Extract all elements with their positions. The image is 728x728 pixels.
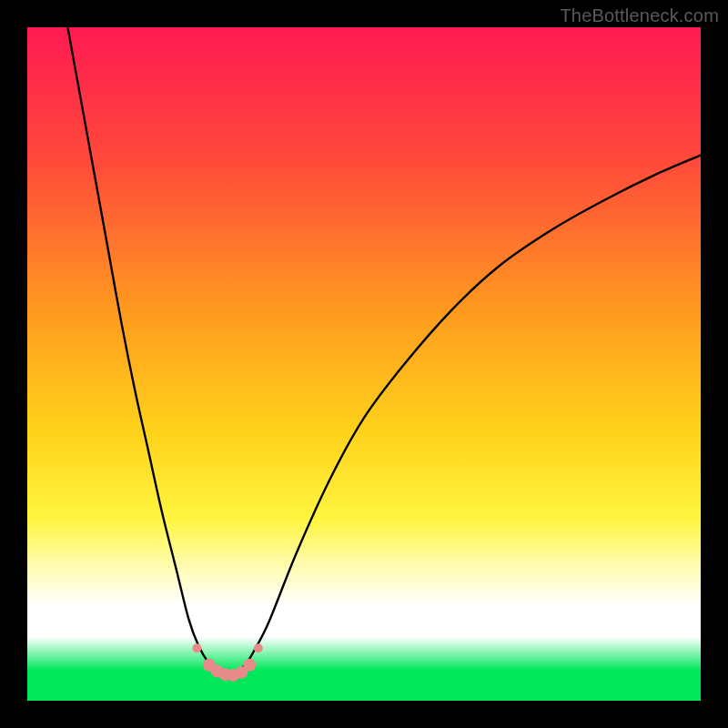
chart-container: TheBottleneck.com: [0, 0, 728, 728]
marker-dot: [254, 643, 263, 652]
marker-dot: [192, 643, 201, 652]
marker-dot: [243, 659, 256, 672]
chart-svg: [27, 27, 701, 701]
plot-area: [27, 27, 701, 701]
watermark-text: TheBottleneck.com: [560, 5, 719, 26]
gradient-background: [27, 27, 701, 701]
